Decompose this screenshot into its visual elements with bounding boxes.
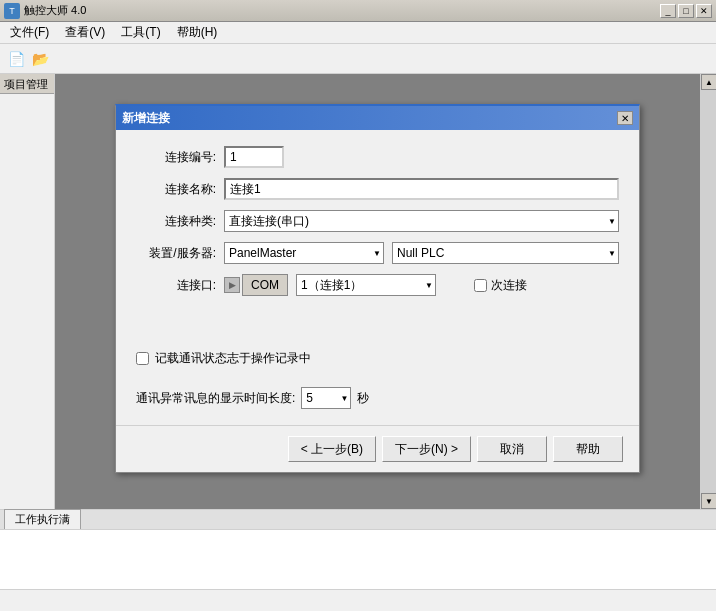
help-button[interactable]: 帮助 [553,436,623,462]
device-select1-wrapper: PanelMaster ▼ [224,242,384,264]
com-select-wrapper: 1（连接1） 2 3 4 ▼ [296,274,436,296]
port-label: 连接口: [136,277,216,294]
conn-name-label: 连接名称: [136,181,216,198]
device-select1[interactable]: PanelMaster [224,242,384,264]
com-left: ▶ COM [224,274,288,296]
com-label: COM [242,274,288,296]
device-select2-wrapper: Null PLC ▼ [392,242,619,264]
scroll-down-button[interactable]: ▼ [701,493,716,509]
toolbar-open-button[interactable]: 📂 [28,47,52,71]
toolbar: 📄 📂 [0,44,716,74]
log-section: 记载通讯状态志于操作记录中 [136,350,619,367]
dialog-overlay: 新增连接 ✕ 连接编号: 连接名 [55,74,700,509]
conn-num-input[interactable] [224,146,284,168]
conn-name-input[interactable] [224,178,619,200]
device-select2[interactable]: Null PLC [392,242,619,264]
conn-type-select-wrapper: 直接连接(串口) 以太网连接 ▼ [224,210,619,232]
canvas-area: 新增连接 ✕ 连接编号: 连接名 [55,74,700,509]
conn-type-row: 连接种类: 直接连接(串口) 以太网连接 ▼ [136,210,619,232]
menu-file[interactable]: 文件(F) [2,22,57,43]
conn-num-label: 连接编号: [136,149,216,166]
bottom-area: 工作执行满 [0,509,716,589]
bottom-tab-worklog[interactable]: 工作执行满 [4,509,81,529]
sidebar: 项目管理员 [0,74,55,509]
com-indicator-icon: ▶ [224,277,240,293]
conn-name-row: 连接名称: [136,178,619,200]
log-checkbox[interactable] [136,352,149,365]
minimize-button[interactable]: _ [660,4,676,18]
right-scrollbar: ▲ ▼ [700,74,716,509]
title-bar-buttons: _ □ ✕ [660,4,712,18]
title-bar: T 触控大师 4.0 _ □ ✕ [0,0,716,22]
bottom-content [0,530,716,589]
bottom-tab-bar: 工作执行满 [0,510,716,530]
toolbar-new-button[interactable]: 📄 [4,47,28,71]
log-label: 记载通讯状态志于操作记录中 [155,350,311,367]
cancel-button[interactable]: 取消 [477,436,547,462]
timeout-unit: 秒 [357,390,369,407]
timeout-select-wrapper: 3 5 10 15 30 ▼ [301,387,351,409]
prev-button[interactable]: < 上一步(B) [288,436,376,462]
device-row: 装置/服务器: PanelMaster ▼ [136,242,619,264]
scroll-track[interactable] [701,90,716,493]
new-connection-dialog: 新增连接 ✕ 连接编号: 连接名 [115,104,640,473]
menu-view[interactable]: 查看(V) [57,22,113,43]
scroll-up-button[interactable]: ▲ [701,74,716,90]
dialog-close-button[interactable]: ✕ [617,111,633,125]
dialog-title: 新增连接 [122,110,170,127]
timeout-row: 通讯异常讯息的显示时间长度: 3 5 10 15 30 ▼ [136,387,619,409]
menu-tools[interactable]: 工具(T) [113,22,168,43]
close-app-button[interactable]: ✕ [696,4,712,18]
dialog-footer: < 上一步(B) 下一步(N) > 取消 帮助 [116,425,639,472]
main-area: 项目管理员 新增连接 ✕ [0,74,716,509]
app-title: 触控大师 4.0 [24,3,660,18]
sidebar-header: 项目管理员 [0,74,54,94]
maximize-button[interactable]: □ [678,4,694,18]
secondary-conn-label: 次连接 [491,277,527,294]
secondary-conn-checkbox[interactable] [474,279,487,292]
device-selects: PanelMaster ▼ Null PLC ▼ [224,242,619,264]
com-port-select[interactable]: 1（连接1） 2 3 4 [296,274,436,296]
com-row: ▶ COM 1（连接1） 2 3 4 [224,274,619,296]
conn-type-label: 连接种类: [136,213,216,230]
app-icon: T [4,3,20,19]
spacer [136,306,619,336]
timeout-select[interactable]: 3 5 10 15 30 [301,387,351,409]
conn-num-row: 连接编号: [136,146,619,168]
menu-help[interactable]: 帮助(H) [169,22,226,43]
dialog-title-bar: 新增连接 ✕ [116,106,639,130]
dialog-body: 连接编号: 连接名称: 连接种类: [116,130,639,425]
status-bar [0,589,716,611]
timeout-label: 通讯异常讯息的显示时间长度: [136,390,295,407]
next-button[interactable]: 下一步(N) > [382,436,471,462]
menu-bar: 文件(F) 查看(V) 工具(T) 帮助(H) [0,22,716,44]
log-checkbox-row: 记载通讯状态志于操作记录中 [136,350,619,367]
secondary-conn-row: 次连接 [474,277,527,294]
app-window: T 触控大师 4.0 _ □ ✕ 文件(F) 查看(V) 工具(T) 帮助(H)… [0,0,716,611]
conn-type-select[interactable]: 直接连接(串口) 以太网连接 [224,210,619,232]
port-row: 连接口: ▶ COM 1（连接1） 2 [136,274,619,296]
device-label: 装置/服务器: [136,245,216,262]
